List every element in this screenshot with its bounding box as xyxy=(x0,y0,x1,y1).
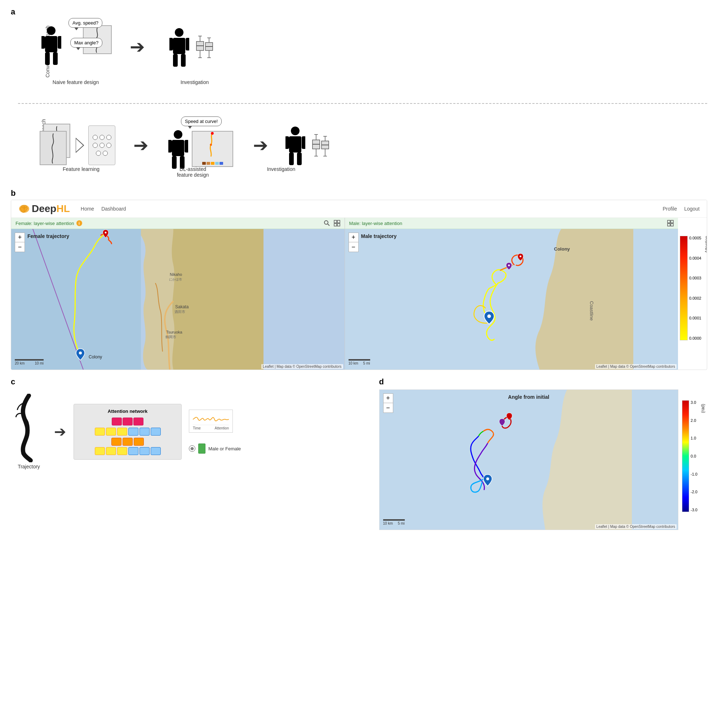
attention-network: Attention network xyxy=(73,404,182,460)
map-attribution-angle: Leaflet | Map data © OpenStreetMap contr… xyxy=(595,524,677,529)
section-a-label: a xyxy=(11,7,15,17)
section-c-label: c xyxy=(11,377,15,386)
zoom-out-male[interactable]: − xyxy=(349,242,358,252)
svg-rect-9 xyxy=(181,54,186,67)
search-icon[interactable] xyxy=(324,220,330,226)
svg-rect-33 xyxy=(289,153,294,165)
arrow-c: ➔ xyxy=(54,423,66,440)
zoom-controls-female[interactable]: + − xyxy=(15,232,25,252)
section-d-label: d xyxy=(379,377,384,386)
svg-rect-64 xyxy=(668,220,670,223)
zoom-controls-angle[interactable]: + − xyxy=(383,393,393,413)
svg-point-6 xyxy=(175,28,183,37)
female-map: Nikaho にかほ市 Sakata 酒田市 Tsuruoka 鶴岡市 xyxy=(11,229,345,370)
svg-rect-28 xyxy=(185,140,188,153)
male-trajectory xyxy=(345,229,678,370)
angle-v2: 2.0 xyxy=(691,418,697,422)
grid-icon-female[interactable] xyxy=(334,220,340,226)
map-attribution-female: Leaflet | Map data © OpenStreetMap contr… xyxy=(261,364,343,369)
angle-unit: (rad) xyxy=(700,400,706,413)
panel-d: d xyxy=(379,377,707,530)
angle-trajectory xyxy=(380,390,678,530)
scale-bar-male: 10 km 5 mi xyxy=(348,359,370,365)
deephl-logo: Deep HL xyxy=(18,203,70,214)
svg-rect-8 xyxy=(173,54,178,67)
info-icon[interactable]: i xyxy=(76,220,82,226)
angle-map: Angle from initial + − 10 km 5 mi xyxy=(379,389,679,530)
svg-rect-3 xyxy=(53,52,58,65)
deephl-app: Deep HL Home Dashboard Profile Logout xyxy=(11,200,707,370)
svg-rect-66 xyxy=(668,223,670,226)
person-icon-invest-conv xyxy=(170,27,189,67)
nav-home[interactable]: Home xyxy=(81,206,94,212)
panel-c: c Trajectory ➔ xyxy=(11,377,372,530)
zoom-in-angle[interactable]: + xyxy=(383,394,393,403)
grid-icon-male[interactable] xyxy=(667,220,674,226)
svg-rect-34 xyxy=(297,153,302,165)
zoom-out-female[interactable]: − xyxy=(15,242,24,252)
person-icon-invest-prop xyxy=(286,125,305,165)
zoom-in-male[interactable]: + xyxy=(349,233,358,242)
svg-rect-50 xyxy=(334,220,337,223)
colorscale-v4: 0.0004 xyxy=(689,256,701,260)
svg-point-30 xyxy=(210,144,212,146)
svg-rect-7 xyxy=(173,38,185,54)
svg-marker-22 xyxy=(76,138,84,153)
logo-hl: HL xyxy=(56,203,70,214)
angle-m3: -3.0 xyxy=(691,508,697,512)
speech-bubble-speed: Avg. speed? xyxy=(69,18,102,28)
nav-logout[interactable]: Logout xyxy=(684,206,700,212)
map-attribution-male: Leaflet | Map data © OpenStreetMap contr… xyxy=(595,364,677,369)
svg-point-73 xyxy=(519,255,521,257)
person-icon-conv xyxy=(41,25,61,65)
male-map-title: Male trajectory xyxy=(361,233,397,239)
nav-dashboard[interactable]: Dashboard xyxy=(101,206,126,212)
svg-rect-52 xyxy=(334,223,337,226)
angle-v1: 1.0 xyxy=(691,436,697,440)
investigation-label-prop: Investigation xyxy=(252,166,310,172)
svg-point-63 xyxy=(105,232,107,234)
arrow-conv: ➔ xyxy=(130,37,145,57)
colorscale-min: 0.0000 xyxy=(689,336,701,340)
svg-point-71 xyxy=(487,314,491,318)
angle-map-title: Angle from initial xyxy=(508,394,549,400)
svg-rect-36 xyxy=(302,136,305,149)
svg-rect-1 xyxy=(45,36,57,52)
zoom-controls-male[interactable]: + − xyxy=(348,232,359,252)
angle-colorscale: 3.0 2.0 1.0 0.0 -1.0 -2.0 -3.0 (rad) xyxy=(680,389,707,530)
arrow-prop-1: ➔ xyxy=(133,135,148,156)
nn-diagram xyxy=(88,125,115,165)
speech-bubble-prop: Speed at curve! xyxy=(181,116,222,126)
network-title: Attention network xyxy=(78,408,177,414)
colorscale-max: 0.0005 xyxy=(689,236,701,240)
svg-line-49 xyxy=(328,224,330,226)
colorscale-title: Attention xyxy=(704,236,707,256)
person-icon-prop xyxy=(168,129,188,169)
traj-box-prop-2 xyxy=(40,131,67,165)
svg-rect-32 xyxy=(289,136,301,153)
feature-design-label: Naive feature design xyxy=(40,80,112,85)
svg-point-48 xyxy=(324,221,328,224)
investigation-label-conv: Investigation xyxy=(166,80,223,85)
color-scale-attention: 0.0005 0.0004 0.0003 0.0002 0.0001 0.000… xyxy=(678,218,707,370)
male-map: Coastline Colony xyxy=(345,229,678,370)
feature-learning-label: Feature learning xyxy=(40,166,122,172)
svg-rect-27 xyxy=(168,140,172,153)
angle-0: 0.0 xyxy=(691,454,697,458)
female-map-title: Female trajectory xyxy=(27,233,69,239)
svg-point-31 xyxy=(291,127,299,135)
nav-profile[interactable]: Profile xyxy=(663,206,677,212)
female-trajectory xyxy=(11,229,345,370)
svg-rect-11 xyxy=(186,38,189,50)
svg-rect-53 xyxy=(338,223,340,226)
colorscale-v1: 0.0001 xyxy=(689,316,701,320)
deephl-navbar: Deep HL Home Dashboard Profile Logout xyxy=(11,200,707,218)
speech-bubble-angle: Max angle? xyxy=(70,38,102,47)
dl-label: DL-assistedfeature design xyxy=(151,166,234,178)
svg-point-62 xyxy=(79,352,82,355)
logo-deep: Deep xyxy=(32,203,56,214)
female-map-panel: Female: layer-wise attention i xyxy=(11,218,345,370)
zoom-out-angle[interactable]: − xyxy=(383,403,393,413)
arrow-prop-2: ➔ xyxy=(253,135,268,156)
zoom-in-female[interactable]: + xyxy=(15,233,24,242)
